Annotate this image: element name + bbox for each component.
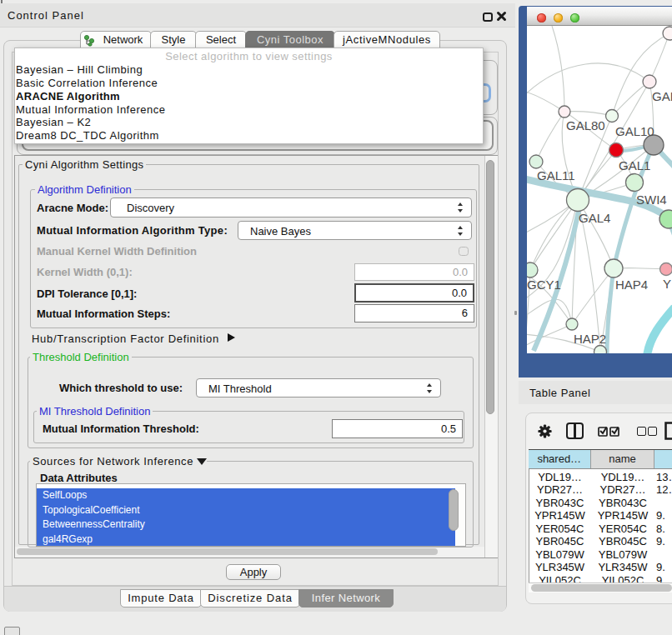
svg-text:HAP4: HAP4 — [615, 278, 648, 292]
svg-text:GAL80: GAL80 — [566, 118, 605, 132]
svg-text:Y: Y — [663, 277, 671, 291]
svg-text:GAL11: GAL11 — [537, 168, 575, 182]
svg-text:SWI4: SWI4 — [636, 192, 667, 207]
svg-text:GAL1: GAL1 — [619, 158, 650, 172]
svg-text:GAL7: GAL7 — [652, 89, 672, 103]
svg-text:HAP2: HAP2 — [574, 332, 606, 346]
svg-text:GAL10: GAL10 — [615, 124, 654, 138]
svg-text:GAL4: GAL4 — [579, 211, 610, 225]
svg-text:GCY1: GCY1 — [527, 278, 561, 292]
